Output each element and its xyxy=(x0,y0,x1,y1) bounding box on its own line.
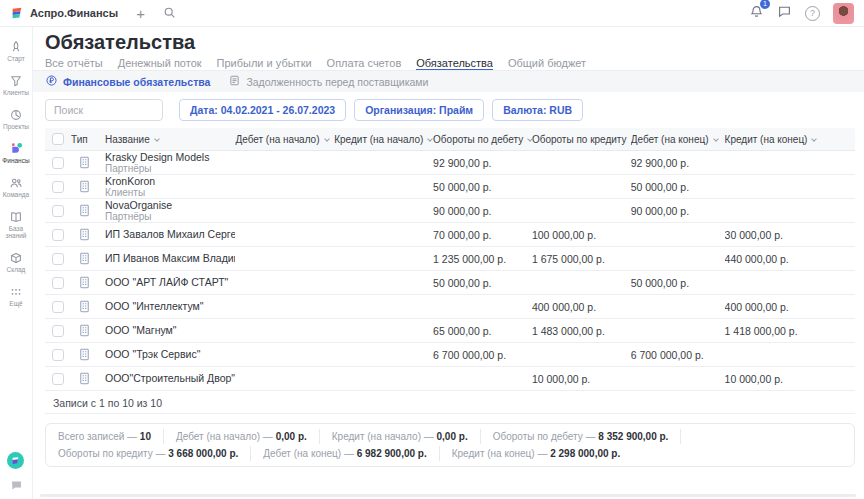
row-checkbox[interactable] xyxy=(52,373,64,385)
row-checkbox[interactable] xyxy=(52,205,64,217)
debit-turnover-value: 6 700 000,00 р. xyxy=(433,349,532,361)
row-checkbox[interactable] xyxy=(52,253,64,265)
credit-turnover-value: 10 000,00 р. xyxy=(532,373,631,385)
summary-item: Всего записей — 10 xyxy=(58,429,164,444)
company-type-icon xyxy=(77,179,92,194)
horizontal-scrollbar[interactable] xyxy=(40,494,856,497)
sort-chevron-icon[interactable] xyxy=(812,136,818,142)
debit-turnover-value: 1 235 000,00 р. xyxy=(433,253,532,265)
credit-turnover-value: 100 000,00 р. xyxy=(532,229,631,241)
tab-total-budget[interactable]: Общий бюджет xyxy=(508,57,586,71)
column-header[interactable]: Обороты по кредиту xyxy=(532,134,631,145)
chat-widget-button[interactable] xyxy=(10,478,23,496)
sidebar-item-more[interactable]: Ещё xyxy=(0,284,33,307)
debit-turnover-value: 92 900,00 р. xyxy=(433,157,532,169)
debit-turnover-value: 50 000,00 р. xyxy=(433,277,532,289)
sidebar-item-clients[interactable]: Клиенты xyxy=(0,73,33,96)
company-type-icon xyxy=(77,323,92,338)
sidebar-item-projects[interactable]: Проекты xyxy=(0,107,33,130)
sidebar: Старт Клиенты Проекты Финансы Команда Ба… xyxy=(0,27,33,499)
column-header[interactable]: Название xyxy=(105,134,235,145)
table-row[interactable]: ООО "Магнум" 65 000,00 р. 1 483 000,00 р… xyxy=(45,319,855,343)
company-name-cell: NovaOrganise Партнёры xyxy=(105,200,235,222)
select-all-checkbox[interactable] xyxy=(52,133,64,145)
search-input[interactable] xyxy=(45,99,163,121)
table-row[interactable]: ООО "АРТ ЛАЙФ СТАРТ" 50 000,00 р. 50 000… xyxy=(45,271,855,295)
sidebar-item-team[interactable]: Команда xyxy=(0,175,33,198)
summary-value: 2 298 000,00 р. xyxy=(550,448,620,459)
column-header[interactable]: Обороты по дебету xyxy=(433,134,532,145)
company-name: Krasky Design Models xyxy=(105,152,235,163)
ruble-circle-icon xyxy=(45,74,58,89)
company-type-icon xyxy=(77,299,92,314)
column-header[interactable]: Дебет (на начало) xyxy=(235,134,334,145)
add-button[interactable]: + xyxy=(136,6,145,21)
company-name-cell: ООО "Магнум" xyxy=(105,325,235,336)
help-button[interactable]: ? xyxy=(805,6,820,21)
summary-value: 6 982 900,00 р. xyxy=(357,448,427,459)
tab-all-reports[interactable]: Все отчёты xyxy=(45,57,103,71)
tab-bill-payment[interactable]: Оплата счетов xyxy=(327,57,402,71)
column-header[interactable]: Дебет (на конец) xyxy=(631,134,725,145)
sort-chevron-icon[interactable] xyxy=(324,136,330,142)
row-checkbox[interactable] xyxy=(52,301,64,313)
notifications-button[interactable]: 1 xyxy=(749,4,764,23)
sidebar-item-label: Проекты xyxy=(3,123,29,130)
column-header[interactable]: Кредит (на конец) xyxy=(725,134,855,145)
tab-liabilities[interactable]: Обязательства xyxy=(416,57,493,71)
table-row[interactable]: NovaOrganise Партнёры 90 000,00 р. 90 00… xyxy=(45,199,855,223)
sort-chevron-icon[interactable] xyxy=(527,136,532,142)
table-row[interactable]: ООО"Строительный Двор" 10 000,00 р. 10 0… xyxy=(45,367,855,391)
row-checkbox[interactable] xyxy=(52,277,64,289)
app-logo[interactable]: Аспро.Финансы xyxy=(10,6,118,20)
credit-end-value: 1 418 000,00 р. xyxy=(725,325,855,337)
summary-label: Дебет (на конец) xyxy=(263,448,341,459)
aspro-mark-icon xyxy=(11,456,20,465)
row-checkbox[interactable] xyxy=(52,229,64,241)
sidebar-item-finance[interactable]: Финансы xyxy=(0,141,33,164)
sort-chevron-icon[interactable] xyxy=(154,136,160,142)
credit-end-value: 440 000,00 р. xyxy=(725,253,855,265)
row-checkbox[interactable] xyxy=(52,349,64,361)
company-type-icon xyxy=(77,203,92,218)
table-row[interactable]: ИП Иванов Максим Владимирович 1 235 000,… xyxy=(45,247,855,271)
row-checkbox[interactable] xyxy=(52,157,64,169)
sort-chevron-icon[interactable] xyxy=(713,136,719,142)
chat-icon xyxy=(777,4,792,19)
messages-button[interactable] xyxy=(777,4,792,23)
summary-item: Обороты по кредиту — 3 668 000,00 р. xyxy=(58,446,251,461)
table-row[interactable]: ООО "Трэк Сервис" 6 700 000,00 р. 6 700 … xyxy=(45,343,855,367)
company-name-cell: KronKoron Клиенты xyxy=(105,176,235,198)
sidebar-item-label: Ещё xyxy=(9,300,22,307)
report-tabs: Все отчётыДенежный потокПрибыли и убытки… xyxy=(45,57,586,71)
tab-cash-flow[interactable]: Денежный поток xyxy=(118,57,202,71)
summary-item: Обороты по дебету — 8 352 900,00 р. xyxy=(493,429,682,444)
summary-item: Кредит (на конец) — 2 298 000,00 р. xyxy=(452,446,633,461)
table-row[interactable]: Krasky Design Models Партнёры 92 900,00 … xyxy=(45,151,855,175)
sidebar-item-warehouse[interactable]: Склад xyxy=(0,250,33,273)
table-row[interactable]: ООО "Интеллектум" 400 000,00 р. 400 000,… xyxy=(45,295,855,319)
debit-end-value: 50 000,00 р. xyxy=(631,181,725,193)
sidebar-item-knowledge[interactable]: База знаний xyxy=(0,209,33,239)
row-checkbox[interactable] xyxy=(52,325,64,337)
company-name: ИП Завалов Михаил Сергеевич xyxy=(105,229,235,240)
company-name-cell: ООО "АРТ ЛАЙФ СТАРТ" xyxy=(105,277,235,288)
row-checkbox[interactable] xyxy=(52,181,64,193)
summary-value: 0,00 р. xyxy=(437,431,468,442)
currency-filter-chip[interactable]: Валюта: RUB xyxy=(492,99,583,121)
subtab-financial-liabilities[interactable]: Финансовые обязательства xyxy=(45,74,210,89)
subtab-supplier-debt[interactable]: Задолженность перед поставщиками xyxy=(228,74,428,89)
column-header[interactable]: Кредит (на начало) xyxy=(334,134,433,145)
tab-profit-loss[interactable]: Прибыли и убытки xyxy=(217,57,312,71)
search-icon[interactable] xyxy=(163,6,176,21)
column-header[interactable]: Тип xyxy=(71,134,105,145)
table-row[interactable]: KronKoron Клиенты 50 000,00 р. 50 000,00… xyxy=(45,175,855,199)
date-filter-chip[interactable]: Дата: 04.02.2021 - 26.07.2023 xyxy=(179,99,346,121)
support-widget-button[interactable] xyxy=(7,452,24,469)
summary-label: Обороты по дебету xyxy=(493,431,583,442)
company-name: ООО "Трэк Сервис" xyxy=(105,349,235,360)
sidebar-item-start[interactable]: Старт xyxy=(0,39,33,62)
table-row[interactable]: ИП Завалов Михаил Сергеевич 70 000,00 р.… xyxy=(45,223,855,247)
user-avatar[interactable] xyxy=(833,3,854,24)
organization-filter-chip[interactable]: Организация: Прайм xyxy=(354,99,484,121)
